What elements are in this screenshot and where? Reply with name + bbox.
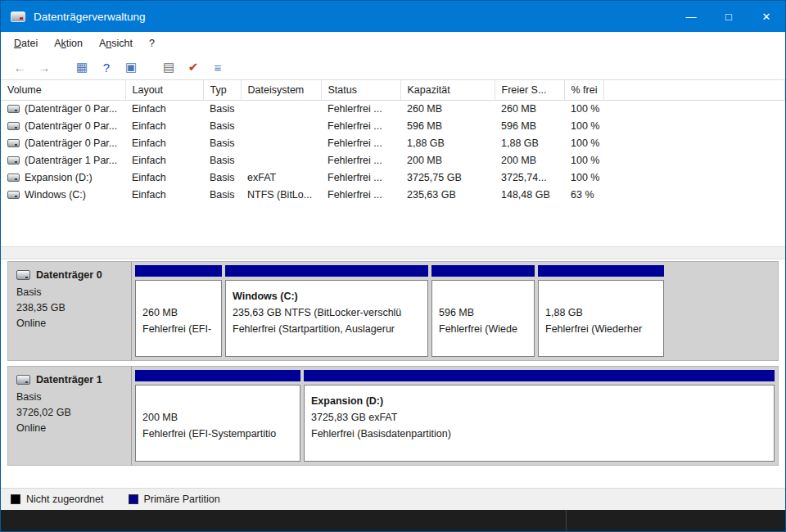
minimize-button[interactable]: — <box>672 1 710 32</box>
disk-type: Basis <box>16 285 123 300</box>
column-header-layout[interactable]: Layout <box>125 80 203 101</box>
legend-item: Nicht zugeordnet <box>11 494 104 505</box>
disk-status: Online <box>16 421 123 436</box>
volume-row[interactable]: (Datenträger 0 Par...EinfachBasisFehlerf… <box>1 101 785 118</box>
partition-line: 596 MB <box>439 304 527 321</box>
partition-type-strip <box>304 370 775 381</box>
menu-item-help[interactable]: ? <box>141 34 163 53</box>
column-header-dateisystem[interactable]: Dateisystem <box>241 80 321 101</box>
graphic-pane: Datenträger 0Basis238,35 GBOnline260 MBF… <box>1 259 785 488</box>
volume-cell: exFAT <box>241 169 321 187</box>
partition-box: 260 MBFehlerfrei (EFI- <box>135 280 222 357</box>
volume-cell: 200 MB <box>495 152 564 169</box>
volume-name-cell: (Datenträger 0 Par... <box>1 135 125 152</box>
partition-type-strip <box>135 265 222 277</box>
legend-swatch <box>11 494 20 504</box>
volume-cell: Basis <box>203 118 241 135</box>
disk-info[interactable]: Datenträger 0Basis238,35 GBOnline <box>8 262 132 360</box>
volume-row[interactable]: (Datenträger 0 Par...EinfachBasisFehlerf… <box>1 118 785 135</box>
volume-cell-filler <box>603 135 785 152</box>
partition[interactable]: 1,88 GBFehlerfrei (Wiederher <box>538 265 664 357</box>
volume-cell: Einfach <box>125 187 203 204</box>
volume-name-cell: Expansion (D:) <box>1 169 125 187</box>
window-controls: — □ ✕ <box>672 1 785 32</box>
volume-icon <box>7 156 20 165</box>
volume-cell: 100 % <box>564 135 603 152</box>
volume-cell: Fehlerfrei ... <box>321 135 400 152</box>
partitions: 260 MBFehlerfrei (EFI-Windows (C:)235,63… <box>132 262 778 360</box>
disk-name: Datenträger 1 <box>36 374 102 385</box>
volume-cell: 596 MB <box>400 118 495 135</box>
app-icon <box>11 11 25 22</box>
column-header-kapazität[interactable]: Kapazität <box>400 80 495 101</box>
volume-table-header-row: VolumeLayoutTypDateisystemStatusKapazitä… <box>1 80 785 101</box>
close-button[interactable]: ✕ <box>748 1 785 32</box>
details-view-icon[interactable]: ≡ <box>207 57 228 77</box>
column-header-typ[interactable]: Typ <box>203 80 241 101</box>
volume-row[interactable]: Expansion (D:)EinfachBasisexFATFehlerfre… <box>1 169 785 187</box>
volume-icon <box>7 105 20 113</box>
partition-line: Fehlerfrei (Wiede <box>439 321 527 337</box>
export-list-icon[interactable]: ▣ <box>120 57 142 77</box>
volume-name-cell: (Datenträger 0 Par... <box>1 101 125 118</box>
partition[interactable]: Windows (C:)235,63 GB NTFS (BitLocker-ve… <box>225 265 428 357</box>
volume-cell: Fehlerfrei ... <box>321 169 400 187</box>
partition-line: Fehlerfrei (Basisdatenpartition) <box>311 426 767 442</box>
column-header-status[interactable]: Status <box>321 80 400 101</box>
partition-title <box>142 393 293 409</box>
column-header-volume[interactable]: Volume <box>1 80 125 101</box>
partitions: 200 MBFehlerfrei (EFI-SystempartitioExpa… <box>132 367 778 465</box>
volume-cell: 100 % <box>564 169 603 187</box>
forward-icon[interactable]: → <box>34 57 55 77</box>
menu-bar: DateiAktionAnsicht? <box>1 32 785 55</box>
partition[interactable]: 260 MBFehlerfrei (EFI- <box>135 265 222 357</box>
legend-label: Primäre Partition <box>144 494 220 505</box>
console-tree-icon[interactable]: ▦ <box>71 57 93 77</box>
pane-splitter[interactable] <box>1 246 785 259</box>
volume-cell-filler <box>603 118 785 135</box>
volume-name-cell: Windows (C:) <box>1 187 125 204</box>
help-icon[interactable]: ? <box>96 57 117 77</box>
partition-line: Fehlerfrei (Wiederher <box>545 321 657 337</box>
disk-icon <box>16 270 30 280</box>
partition-line: 200 MB <box>142 409 293 426</box>
column-header-freier-s-[interactable]: Freier S... <box>495 80 564 101</box>
legend-bar: Nicht zugeordnetPrimäre Partition <box>1 488 785 510</box>
menu-item-datei[interactable]: Datei <box>6 34 46 53</box>
check-disk-icon[interactable]: ✔ <box>183 57 204 77</box>
volume-cell <box>241 101 321 118</box>
menu-item-ansicht[interactable]: Ansicht <box>91 34 141 53</box>
column-header-%-frei[interactable]: % frei <box>564 80 603 101</box>
action-console-icon[interactable]: ▤ <box>158 57 179 77</box>
partition-line: Fehlerfrei (EFI- <box>142 321 215 337</box>
disk-info[interactable]: Datenträger 1Basis3726,02 GBOnline <box>8 367 132 465</box>
volume-cell: Fehlerfrei ... <box>321 118 400 135</box>
partition-box: Expansion (D:)3725,83 GB exFATFehlerfrei… <box>304 385 775 462</box>
legend-swatch <box>129 494 138 504</box>
back-icon[interactable]: ← <box>9 57 30 77</box>
partition-line: 3725,83 GB exFAT <box>311 409 767 426</box>
volume-cell: 200 MB <box>400 152 495 169</box>
partition-line: 1,88 GB <box>545 304 657 321</box>
partition[interactable]: 596 MBFehlerfrei (Wiede <box>431 265 535 357</box>
volume-row[interactable]: (Datenträger 0 Par...EinfachBasisFehlerf… <box>1 135 785 152</box>
partition-line: 260 MB <box>142 304 215 321</box>
volume-cell: 1,88 GB <box>495 135 564 152</box>
menu-item-aktion[interactable]: Aktion <box>46 34 91 53</box>
disk-status: Online <box>16 316 123 331</box>
volume-cell-filler <box>603 101 785 118</box>
disk-band-0: Datenträger 0Basis238,35 GBOnline260 MBF… <box>7 261 779 361</box>
partition[interactable]: Expansion (D:)3725,83 GB exFATFehlerfrei… <box>304 370 775 462</box>
partition-box: Windows (C:)235,63 GB NTFS (BitLocker-ve… <box>225 280 428 357</box>
volume-icon <box>7 122 20 130</box>
legend-item: Primäre Partition <box>129 494 220 505</box>
volume-cell-filler <box>603 152 785 169</box>
partition[interactable]: 200 MBFehlerfrei (EFI-Systempartitio <box>135 370 300 462</box>
maximize-button[interactable]: □ <box>710 1 748 32</box>
volume-cell: 596 MB <box>495 118 564 135</box>
taskbar-divider <box>566 510 567 531</box>
volume-row[interactable]: Windows (C:)EinfachBasisNTFS (BitLo...Fe… <box>1 187 785 204</box>
toolbar: ←→▦?▣▤✔≡ <box>1 55 785 80</box>
volume-cell: Basis <box>203 169 241 187</box>
volume-row[interactable]: (Datenträger 1 Par...EinfachBasisFehlerf… <box>1 152 785 169</box>
